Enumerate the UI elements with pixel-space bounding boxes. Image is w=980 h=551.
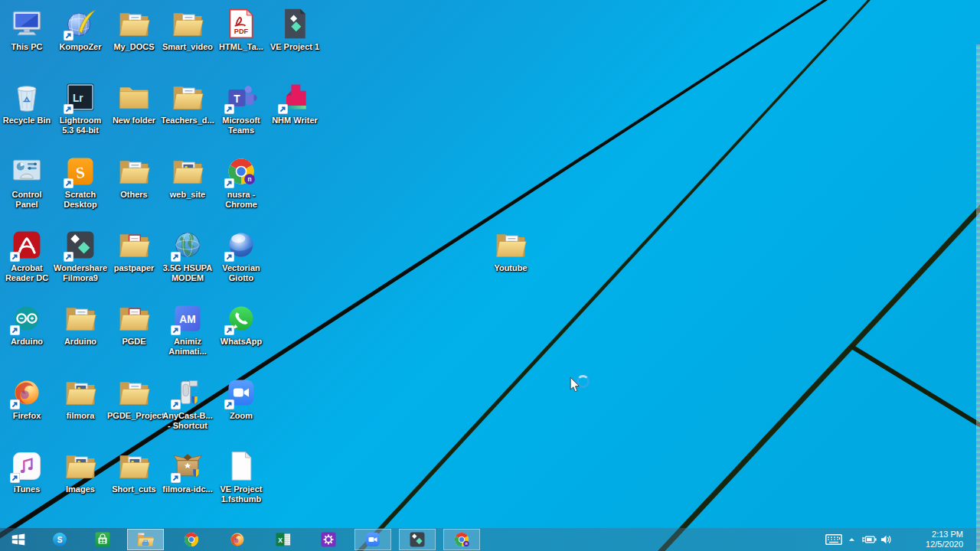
taskbar[interactable]: SXn ENG 2:13 PM 12/5/2020 [0,528,980,551]
folder-docs-icon [171,7,204,41]
desktop-icon-label: Recycle Bin [0,116,54,126]
desktop-icon-microsoft-teams[interactable]: TMicrosoft Teams [214,80,268,135]
desktop-icon-images[interactable]: Images [54,449,107,494]
desktop-icon-label: filmora [54,411,107,421]
system-tray: ENG 2:13 PM 12/5/2020 [819,528,980,551]
desktop-icon-my-docs[interactable]: My_DOCS [107,7,161,52]
shortcut-arrow-icon [64,178,74,188]
settings-icon [319,530,338,549]
desktop[interactable]: This PCKompoZerMy_DOCSSmart_videoPDFHTML… [0,0,980,528]
skype-icon: S [51,530,69,549]
desktop-icon-short-cuts[interactable]: Short_cuts [107,449,161,494]
desktop-icon-label: My_DOCS [107,42,161,52]
clock[interactable]: 2:13 PM 12/5/2020 [910,530,963,549]
desktop-icon-nusra-chrome[interactable]: nnusra - Chrome [214,155,268,210]
shortcut-arrow-icon [224,325,234,335]
desktop-icon-vectorian-giotto[interactable]: Vectorian Giotto [214,228,268,283]
desktop-icon-lightroom-5-3-64-bit[interactable]: LrLightroom 5.3 64-bit [54,80,107,135]
desktop-screen: This PCKompoZerMy_DOCSSmart_videoPDFHTML… [0,0,980,551]
taskbar-button-chrome[interactable] [173,529,210,550]
folder-docs-icon [117,155,151,188]
desktop-icon-label: Zoom [214,411,268,421]
desktop-icon-web-site[interactable]: web_site [161,155,214,200]
desktop-icon-label: This PC [0,42,54,52]
taskbar-button-firefox[interactable] [219,529,256,550]
teams-icon: T [224,80,258,114]
desktop-icon-label: Images [54,484,107,494]
installer-box-icon [171,449,204,483]
desktop-icon-recycle-bin[interactable]: Recycle Bin [0,80,54,126]
desktop-icon-firefox[interactable]: Firefox [0,376,54,421]
desktop-icon-label: Arduino [54,337,107,347]
desktop-icon-others[interactable]: Others [107,155,161,200]
battery-icon [862,535,877,544]
excel-icon: X [274,530,292,549]
taskbar-button-zoom[interactable] [354,529,391,550]
tray-hidden-icons[interactable] [848,528,855,551]
shortcut-arrow-icon [64,252,74,262]
desktop-icon-smart-video[interactable]: Smart_video [161,7,214,52]
desktop-icon-html-ta[interactable]: PDFHTML_Ta... [214,7,268,52]
tray-volume[interactable] [880,528,892,551]
desktop-icon-3-5g-hsupa-modem[interactable]: 3.5G HSUPA MODEM [161,228,214,283]
desktop-icon-teachers-d[interactable]: Teachers_d... [161,80,214,126]
folder-docs-icon [117,376,151,409]
desktop-icon-whatsapp[interactable]: WhatsApp [214,302,268,347]
filmora-file-icon [278,7,312,41]
desktop-icon-label: Teachers_d... [161,116,214,126]
taskbar-button-file-explorer[interactable] [127,529,164,550]
folder-photo-icon [171,155,204,188]
desktop-icon-label: Acrobat Reader DC [0,263,54,283]
desktop-icon-nhm-writer[interactable]: NHM Writer [268,80,322,126]
acrobat-icon [10,228,44,262]
desktop-icon-filmora-idc[interactable]: filmora-idc... [161,449,214,494]
desktop-icon-label: NHM Writer [268,116,322,126]
desktop-icon-label: nusra - Chrome [214,190,268,210]
giotto-icon [224,228,258,262]
desktop-icon-ve-project-1-fsthumb[interactable]: VE Project 1.fsthumb [214,449,268,504]
desktop-icon-label: pastpaper [107,263,161,273]
taskbar-button-store[interactable] [84,529,121,550]
tray-battery[interactable] [862,528,877,551]
desktop-icon-pastpaper[interactable]: pastpaper [107,228,161,273]
desktop-icon-acrobat-reader-dc[interactable]: Acrobat Reader DC [0,228,54,283]
folder-photo-icon [64,376,97,409]
desktop-icon-pgde-project[interactable]: PGDE_Project [107,376,161,421]
folder-docs-icon [171,80,204,114]
shortcut-arrow-icon [224,399,234,409]
whatsapp-icon [224,302,258,335]
desktop-icon-ve-project-1[interactable]: VE Project 1 [268,7,322,52]
folder-reddoc-icon [117,302,151,335]
desktop-icon-pgde[interactable]: PGDE [107,302,161,347]
desktop-icon-wondershare-filmora9[interactable]: Wondershare Filmora9 [54,228,107,283]
desktop-icon-animiz-animati[interactable]: AMAnimiz Animati... [161,302,214,357]
start-button[interactable] [0,529,37,550]
desktop-icon-this-pc[interactable]: This PC [0,7,54,52]
desktop-icon-youtube[interactable]: Youtube [484,228,537,273]
tray-touch-keyboard[interactable] [825,528,842,551]
svg-text:AM: AM [179,314,195,325]
taskbar-button-excel[interactable]: X [265,529,302,550]
taskbar-button-settings[interactable] [310,529,347,550]
taskbar-button-filmora[interactable] [399,529,436,550]
desktop-icon-arduino[interactable]: Arduino [0,302,54,347]
desktop-icon-anycast-b-shortcut[interactable]: ♪AnyCast-B... - Shortcut [161,376,214,431]
desktop-icon-itunes[interactable]: iTunes [0,449,54,494]
desktop-icon-kompozer[interactable]: KompoZer [54,7,107,52]
shortcut-arrow-icon [224,104,234,114]
taskbar-button-skype[interactable]: S [41,529,78,550]
video-artifact-strip [976,44,980,551]
desktop-icon-filmora[interactable]: filmora [54,376,107,421]
shortcut-arrow-icon [171,252,181,262]
folder-docs-icon [117,7,151,41]
taskbar-button-chrome-nusra[interactable]: n [443,529,480,550]
svg-text:T: T [234,93,240,105]
desktop-icon-scratch-desktop[interactable]: SScratch Desktop [54,155,107,210]
desktop-icon-arduino[interactable]: Arduino [54,302,107,347]
desktop-icon-new-folder[interactable]: New folder [107,80,161,126]
shortcut-arrow-icon [10,325,20,335]
desktop-icon-zoom[interactable]: Zoom [214,376,268,421]
shortcut-arrow-icon [64,104,74,114]
desktop-icon-control-panel[interactable]: Control Panel [0,155,54,210]
shortcut-arrow-icon [224,178,234,188]
